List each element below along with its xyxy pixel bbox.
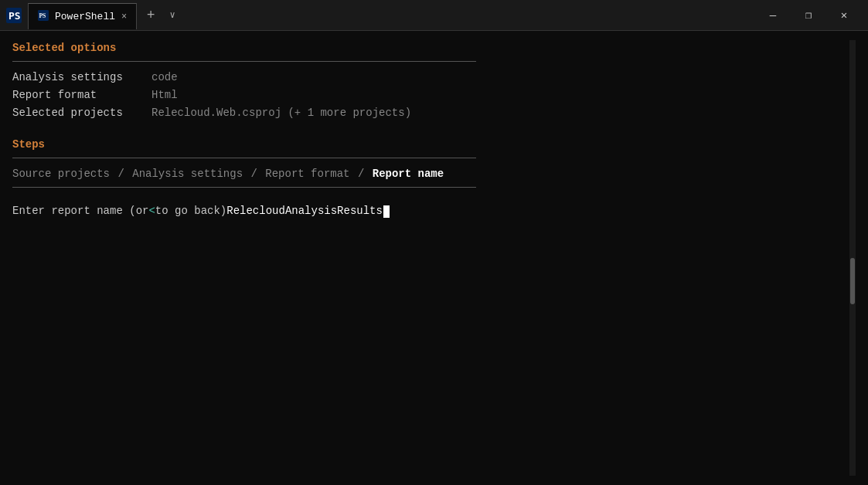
svg-text:PS: PS (9, 10, 21, 22)
breadcrumb-report-name: Report name (373, 168, 444, 180)
breadcrumb-source: Source projects (12, 168, 110, 180)
breadcrumb: Source projects / Analysis settings / Re… (12, 166, 476, 188)
breadcrumb-sep1: / (117, 168, 124, 180)
breadcrumb-analysis: Analysis settings (132, 168, 243, 180)
prompt-line: Enter report name (or < to go back) Rele… (12, 203, 846, 219)
option-value-analysis: code (151, 70, 178, 86)
maximize-button[interactable]: ❐ (791, 0, 826, 31)
option-value-report: Html (151, 87, 178, 103)
breadcrumb-report-format: Report format (265, 168, 349, 180)
minimize-button[interactable]: — (755, 0, 791, 31)
table-row: Selected projects Relecloud.Web.csproj (… (12, 105, 846, 121)
app-icon: PS (6, 8, 22, 23)
tab-icon: PS (38, 10, 49, 24)
selected-options-divider (12, 61, 476, 62)
tab-title: PowerShell (55, 11, 115, 22)
titlebar: PS PS PowerShell × + ∨ — ❐ ✕ (0, 0, 868, 31)
option-label-analysis: Analysis settings (12, 70, 151, 86)
table-row: Report format Html (12, 87, 846, 103)
steps-divider (12, 158, 476, 158)
tab-close-button[interactable]: × (121, 12, 127, 22)
scrollbar-thumb[interactable] (850, 258, 855, 304)
new-tab-button[interactable]: + (140, 5, 162, 26)
steps-section: Steps Source projects / Analysis setting… (12, 137, 846, 188)
tab-dropdown-button[interactable]: ∨ (162, 5, 183, 26)
breadcrumb-sep3: / (358, 168, 364, 180)
window-controls: — ❐ ✕ (755, 0, 862, 31)
scrollbar[interactable] (849, 40, 856, 476)
cursor (383, 205, 390, 218)
steps-heading: Steps (12, 137, 846, 153)
terminal-content: Selected options Analysis settings code … (12, 40, 846, 476)
terminal: Selected options Analysis settings code … (0, 31, 868, 485)
svg-text:PS: PS (39, 12, 46, 19)
prompt-prefix: Enter report name (or (12, 203, 148, 219)
table-row: Analysis settings code (12, 70, 846, 86)
prompt-input-value[interactable]: RelecloudAnalysisResults (226, 203, 383, 219)
active-tab[interactable]: PS PowerShell × (28, 3, 137, 29)
selected-options-heading: Selected options (12, 40, 846, 56)
breadcrumb-sep2: / (250, 168, 257, 180)
prompt-middle: to go back) (155, 203, 226, 219)
close-button[interactable]: ✕ (826, 0, 862, 31)
option-label-projects: Selected projects (12, 105, 151, 121)
options-table: Analysis settings code Report format Htm… (12, 70, 846, 121)
option-label-report: Report format (12, 87, 151, 103)
option-value-projects: Relecloud.Web.csproj (+ 1 more projects) (151, 105, 411, 121)
prompt-back-symbol: < (148, 203, 155, 219)
